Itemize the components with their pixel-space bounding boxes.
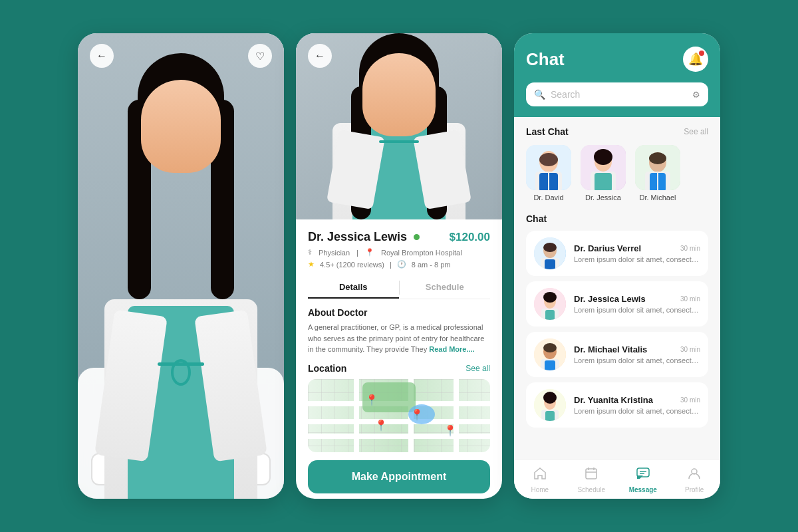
avatar-name-jessica: Dr. Jessica xyxy=(585,194,621,201)
doctor-photo-bg xyxy=(78,33,284,499)
screen3-chat: Chat 🔔 🔍 Search ⚙ Last Chat See all xyxy=(514,33,720,499)
back-button-s2[interactable]: ← xyxy=(308,44,332,68)
avatar-name-michael: Dr. Michael xyxy=(639,194,676,201)
star-icon-s2: ★ xyxy=(308,260,315,269)
chat-preview-michael2: Lorem ipsum dolor sit amet, consectetur … xyxy=(574,356,700,364)
avatar-name-david: Dr. David xyxy=(533,194,563,201)
avatar-face-jessica xyxy=(581,145,626,190)
chat-preview-darius: Lorem ipsum dolor sit amet, consectetur … xyxy=(574,255,700,263)
nav-profile[interactable]: Profile xyxy=(669,466,721,493)
nav-message-label: Message xyxy=(629,486,657,493)
home-icon xyxy=(533,466,547,484)
svg-point-2 xyxy=(539,153,558,166)
chat-item-2[interactable]: Dr. Michael Vitalis 30 min Lorem ipsum d… xyxy=(526,332,708,377)
about-section: About Doctor A general practitioner, or … xyxy=(308,307,490,355)
hospital-s2: Royal Brompton Hospital xyxy=(381,249,462,257)
search-input-wrap[interactable]: 🔍 Search ⚙ xyxy=(526,82,708,106)
specialty-s2: Physician xyxy=(319,249,350,257)
tab-details[interactable]: Details xyxy=(308,277,399,299)
location-header: Location See all xyxy=(308,363,490,374)
chat-time-darius: 30 min xyxy=(680,245,700,252)
svg-rect-27 xyxy=(545,310,555,320)
clock-s2: 🕐 xyxy=(397,260,406,269)
last-chat-section-header: Last Chat See all xyxy=(526,126,708,137)
nav-home[interactable]: Home xyxy=(514,466,566,493)
notification-badge xyxy=(699,51,704,56)
see-all-location[interactable]: See all xyxy=(466,364,490,373)
about-title: About Doctor xyxy=(308,307,490,318)
about-text: A general practitioner, or GP, is a medi… xyxy=(308,322,490,355)
avatar-circle-david xyxy=(526,145,571,190)
avatar-face-david xyxy=(526,145,571,190)
chat-section-title: Chat xyxy=(526,213,708,224)
nav-schedule-label: Schedule xyxy=(577,486,605,493)
chat-title: Chat xyxy=(526,49,565,70)
screen1-top-bar: ← ♡ xyxy=(78,44,284,68)
chat-avatar-jessica2 xyxy=(534,288,566,320)
svg-point-35 xyxy=(543,392,557,404)
message-icon xyxy=(636,466,650,484)
online-status-dot xyxy=(414,234,420,240)
chat-name-jessica2: Dr. Jessica Lewis xyxy=(574,294,646,304)
screen2-card: ← Dr. Jessica Lewis $120.00 ⚕ Physician … xyxy=(296,33,502,499)
notification-button[interactable]: 🔔 xyxy=(683,47,708,72)
last-chat-title: Last Chat xyxy=(526,126,569,137)
chat-body: Last Chat See all xyxy=(514,117,720,459)
screen1-card: ← ♡ Dr. Jessica Lewis ⚕ Physician | 📍 Ro… xyxy=(78,33,284,499)
svg-point-25 xyxy=(543,292,557,303)
tabs-row: Details Schedule xyxy=(308,277,490,299)
chat-preview-jessica2: Lorem ipsum dolor sit amet, consectetur … xyxy=(574,306,700,314)
chat-time-jessica2: 30 min xyxy=(680,295,700,303)
chat-name-michael2: Dr. Michael Vitalis xyxy=(574,344,647,354)
nav-profile-label: Profile xyxy=(685,486,704,493)
svg-rect-38 xyxy=(586,469,597,479)
filter-icon[interactable]: ⚙ xyxy=(692,90,700,100)
hours-s2: 8 am - 8 pm xyxy=(412,261,451,269)
chat-name-darius: Dr. Darius Verrel xyxy=(574,243,641,253)
svg-point-20 xyxy=(543,243,557,252)
doctor-meta-s2: ⚕ Physician | 📍 Royal Brompton Hospital xyxy=(308,248,490,257)
search-bar: 🔍 Search ⚙ xyxy=(514,82,720,117)
chat-name-yuanita: Dr. Yuanita Kristina xyxy=(574,395,653,405)
back-button[interactable]: ← xyxy=(90,44,114,68)
location-title: Location xyxy=(308,363,346,374)
favorite-button[interactable]: ♡ xyxy=(248,44,272,68)
rating-s2: 4.5+ (1200 reviews) xyxy=(320,261,384,269)
avatar-david[interactable]: Dr. David xyxy=(526,145,571,201)
chat-info-yuanita: Dr. Yuanita Kristina 30 min Lorem ipsum … xyxy=(574,395,700,415)
nav-message[interactable]: Message xyxy=(617,466,669,493)
svg-rect-22 xyxy=(545,259,555,269)
avatar-michael[interactable]: Dr. Michael xyxy=(635,145,680,201)
tab-schedule[interactable]: Schedule xyxy=(400,277,491,299)
svg-rect-37 xyxy=(545,411,555,421)
last-chat-avatars: Dr. David xyxy=(526,145,708,201)
profile-icon xyxy=(687,466,702,484)
chat-info-michael2: Dr. Michael Vitalis 30 min Lorem ipsum d… xyxy=(574,344,700,364)
chat-item-0[interactable]: Dr. Darius Verrel 30 min Lorem ipsum dol… xyxy=(526,231,708,276)
doctor-name-s2: Dr. Jessica Lewis xyxy=(308,230,407,244)
avatar-jessica[interactable]: Dr. Jessica xyxy=(581,145,626,201)
avatar-circle-michael xyxy=(635,145,680,190)
chat-preview-yuanita: Lorem ipsum dolor sit amet, consectetur … xyxy=(574,407,700,415)
search-input[interactable]: Search xyxy=(551,89,687,100)
bottom-navigation: Home Schedule xyxy=(514,459,720,499)
make-appointment-button[interactable]: Make Appointment xyxy=(308,460,490,493)
see-all-button[interactable]: See all xyxy=(684,127,708,136)
screen2-content: Dr. Jessica Lewis $120.00 ⚕ Physician | … xyxy=(296,219,502,499)
chat-item-1[interactable]: Dr. Jessica Lewis 30 min Lorem ipsum dol… xyxy=(526,281,708,327)
chat-header: Chat 🔔 xyxy=(514,33,720,82)
read-more-link[interactable]: Read More.... xyxy=(429,345,474,353)
chat-item-3[interactable]: Dr. Yuanita Kristina 30 min Lorem ipsum … xyxy=(526,382,708,428)
doctor-name-row-s2: Dr. Jessica Lewis $120.00 xyxy=(308,230,490,244)
chat-avatar-yuanita xyxy=(534,389,566,421)
search-icon: 🔍 xyxy=(534,89,545,100)
schedule-icon xyxy=(584,466,598,484)
chat-avatar-michael2 xyxy=(534,338,566,370)
avatar-face-michael xyxy=(635,145,680,190)
nav-schedule[interactable]: Schedule xyxy=(566,466,618,493)
map-view[interactable]: 📍 📍 📍 📍 xyxy=(308,379,490,452)
chat-time-yuanita: 30 min xyxy=(680,396,700,404)
doctor-photo-s2: ← xyxy=(296,33,502,219)
specialty-icon-s2: ⚕ xyxy=(308,248,312,257)
location-icon-s2: 📍 xyxy=(365,248,374,257)
